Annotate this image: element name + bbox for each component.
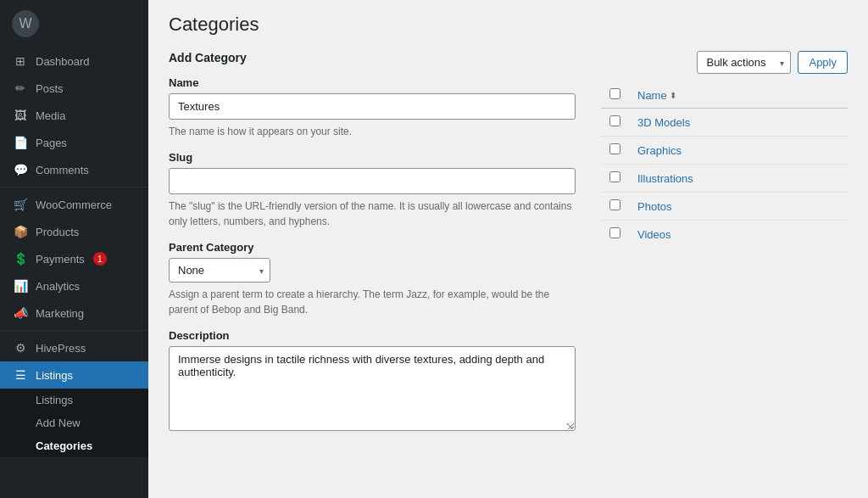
sidebar-item-comments[interactable]: 💬 Comments <box>0 156 148 183</box>
row-checkbox[interactable] <box>609 199 620 210</box>
description-group: Description Immerse designs in tactile r… <box>169 329 576 434</box>
name-col-header: Name ⬍ <box>629 82 848 109</box>
sidebar-logo: W <box>0 0 148 48</box>
select-all-col <box>601 82 629 109</box>
sidebar-item-hivepress[interactable]: ⚙ HivePress <box>0 334 148 361</box>
table-row: Videos <box>601 221 848 249</box>
row-checkbox[interactable] <box>609 115 620 126</box>
main-content: Categories Add Category Name The name is… <box>148 0 868 498</box>
woocommerce-icon: 🛒 <box>12 198 29 211</box>
sidebar-item-label: Posts <box>36 82 64 95</box>
name-sort-link[interactable]: Name ⬍ <box>637 89 839 102</box>
add-category-form: Add Category Name The name is how it app… <box>169 51 576 445</box>
sidebar-item-woocommerce[interactable]: 🛒 WooCommerce <box>0 191 148 218</box>
apply-button[interactable]: Apply <box>798 51 848 74</box>
sidebar-item-dashboard[interactable]: ⊞ Dashboard <box>0 48 148 75</box>
category-name-link[interactable]: Videos <box>637 228 671 241</box>
posts-icon: ✏ <box>12 81 29 95</box>
sidebar-item-label: Pages <box>36 137 67 149</box>
payments-badge: 1 <box>93 252 107 266</box>
sort-icon: ⬍ <box>670 91 676 100</box>
wp-logo-icon: W <box>12 10 39 37</box>
sidebar-item-products[interactable]: 📦 Products <box>0 218 148 245</box>
sidebar-item-label: Marketing <box>36 307 84 320</box>
sidebar-item-label: WooCommerce <box>36 199 112 211</box>
sidebar-item-label: Listings <box>36 369 73 382</box>
slug-hint: The "slug" is the URL-friendly version o… <box>169 199 576 229</box>
sidebar-divider <box>0 187 148 187</box>
sidebar-sub-add-new[interactable]: Add New <box>12 411 148 434</box>
sidebar-item-posts[interactable]: ✏ Posts <box>0 75 148 102</box>
name-input[interactable] <box>169 93 576 120</box>
textarea-wrap: Immerse designs in tactile richness with… <box>169 346 576 434</box>
parent-label: Parent Category <box>169 241 576 254</box>
table-row: Photos <box>601 193 848 221</box>
resize-handle-icon: ⤡ <box>565 420 574 432</box>
categories-list: Bulk actions ▾ Apply Name <box>601 51 848 248</box>
slug-label: Slug <box>169 151 576 164</box>
slug-group: Slug The "slug" is the URL-friendly vers… <box>169 151 576 229</box>
sidebar-item-label: HivePress <box>36 342 86 355</box>
category-name-link[interactable]: Illustrations <box>637 172 693 185</box>
table-row: Illustrations <box>601 165 848 193</box>
hivepress-icon: ⚙ <box>12 341 29 355</box>
sidebar: W ⊞ Dashboard ✏ Posts 🖼 Media 📄 Pages 💬 … <box>0 0 148 498</box>
parent-select-wrap: None ▾ <box>169 258 270 283</box>
products-icon: 📦 <box>12 225 29 238</box>
parent-group: Parent Category None ▾ Assign a parent t… <box>169 241 576 317</box>
payments-icon: 💲 <box>12 252 29 266</box>
parent-hint: Assign a parent term to create a hierarc… <box>169 287 576 317</box>
sidebar-item-label: Payments <box>36 253 85 266</box>
sidebar-divider-2 <box>0 330 148 331</box>
categories-table: Name ⬍ 3D Models Graphics Illustrations … <box>601 82 848 248</box>
sidebar-sub-categories[interactable]: Categories <box>12 434 148 457</box>
media-icon: 🖼 <box>12 109 29 122</box>
row-checkbox[interactable] <box>609 143 620 154</box>
content-layout: Add Category Name The name is how it app… <box>169 51 848 445</box>
table-row: Graphics <box>601 137 848 165</box>
list-toolbar: Bulk actions ▾ Apply <box>601 51 848 74</box>
row-checkbox[interactable] <box>609 227 620 238</box>
page-title: Categories <box>169 14 848 36</box>
name-group: Name The name is how it appears on your … <box>169 76 576 139</box>
category-name-link[interactable]: Graphics <box>637 144 682 157</box>
sidebar-item-analytics[interactable]: 📊 Analytics <box>0 272 148 299</box>
sidebar-item-label: Media <box>36 109 65 122</box>
sidebar-item-label: Comments <box>36 164 89 176</box>
category-name-link[interactable]: Photos <box>637 200 671 213</box>
name-hint: The name is how it appears on your site. <box>169 124 576 139</box>
marketing-icon: 📣 <box>12 306 29 320</box>
parent-select[interactable]: None <box>169 258 270 283</box>
row-checkbox[interactable] <box>609 171 620 182</box>
sidebar-item-label: Dashboard <box>36 55 90 68</box>
analytics-icon: 📊 <box>12 279 29 293</box>
sidebar-item-label: Analytics <box>36 280 80 293</box>
description-label: Description <box>169 329 576 342</box>
form-section-title: Add Category <box>169 51 576 64</box>
sidebar-item-label: Products <box>36 226 79 238</box>
bulk-actions-select[interactable]: Bulk actions <box>697 51 791 74</box>
comments-icon: 💬 <box>12 163 29 176</box>
listings-icon: ☰ <box>12 368 29 382</box>
dashboard-icon: ⊞ <box>12 54 29 68</box>
slug-input[interactable] <box>169 168 576 194</box>
category-name-link[interactable]: 3D Models <box>637 116 690 129</box>
bulk-actions-wrap: Bulk actions ▾ <box>697 51 791 74</box>
pages-icon: 📄 <box>12 136 29 149</box>
sidebar-sub-listings[interactable]: Listings <box>12 389 148 411</box>
sidebar-item-listings[interactable]: ☰ Listings <box>0 361 148 389</box>
sidebar-item-payments[interactable]: 💲 Payments 1 <box>0 245 148 272</box>
select-all-checkbox[interactable] <box>609 88 620 99</box>
sidebar-submenu: Listings Add New Categories <box>0 389 148 457</box>
table-row: 3D Models <box>601 109 848 137</box>
name-label: Name <box>169 76 576 89</box>
description-textarea[interactable]: Immerse designs in tactile richness with… <box>169 346 576 431</box>
sidebar-item-marketing[interactable]: 📣 Marketing <box>0 299 148 327</box>
sidebar-item-pages[interactable]: 📄 Pages <box>0 129 148 156</box>
sidebar-item-media[interactable]: 🖼 Media <box>0 102 148 129</box>
